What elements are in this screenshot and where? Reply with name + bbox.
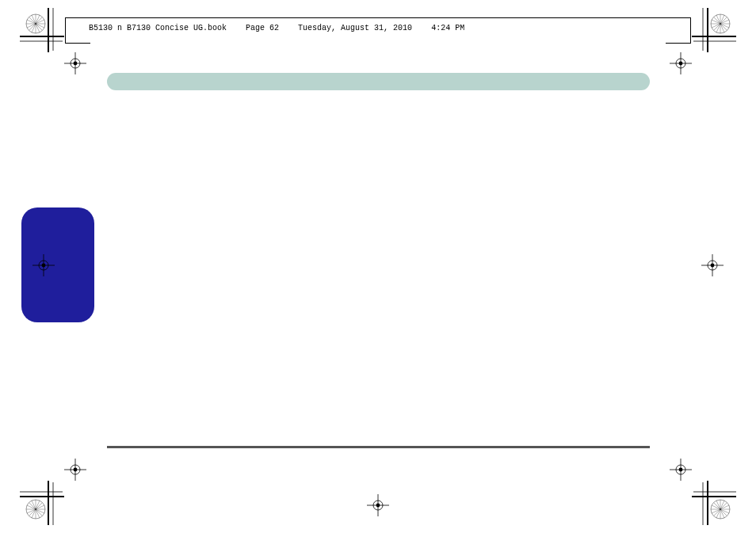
svg-line-24	[712, 20, 729, 28]
slug-frame-line	[65, 43, 90, 44]
crop-mark-bottom-left	[20, 454, 91, 525]
svg-line-57	[716, 501, 724, 518]
crop-mark-top-right	[665, 8, 736, 79]
svg-point-47	[71, 465, 80, 474]
svg-line-3	[29, 17, 42, 30]
svg-line-56	[716, 501, 724, 518]
register-mark-bottom	[366, 493, 390, 517]
footer-divider	[107, 446, 650, 448]
svg-point-17	[711, 14, 730, 33]
svg-line-41	[27, 505, 44, 513]
svg-line-59	[712, 505, 729, 513]
slug-frame-line	[690, 17, 691, 43]
svg-line-20	[714, 17, 727, 30]
svg-line-21	[714, 17, 727, 30]
svg-point-31	[679, 62, 683, 66]
slug-filename: B5130 n B7130 Concise UG.book	[89, 24, 227, 32]
slug-page: Page 62	[246, 24, 279, 32]
svg-point-30	[676, 59, 685, 68]
svg-point-51	[711, 500, 730, 519]
crop-mark-top-left	[20, 8, 91, 79]
svg-point-0	[26, 14, 45, 33]
svg-line-7	[27, 20, 44, 28]
svg-point-77	[376, 504, 380, 508]
svg-point-13	[71, 59, 80, 68]
svg-line-37	[29, 503, 42, 516]
svg-point-48	[74, 468, 78, 472]
svg-point-64	[676, 465, 685, 474]
svg-line-5	[32, 15, 40, 32]
svg-point-72	[708, 261, 717, 270]
slug-frame-line	[666, 43, 691, 44]
section-tab	[21, 207, 94, 322]
svg-line-42	[27, 505, 44, 513]
svg-line-39	[32, 501, 40, 518]
svg-line-58	[712, 505, 729, 513]
page-slug: B5130 n B7130 Concise UG.book Page 62 Tu…	[89, 24, 464, 32]
svg-line-40	[32, 501, 40, 518]
crop-mark-bottom-right	[665, 454, 736, 525]
slug-frame-line	[65, 17, 691, 18]
svg-line-4	[29, 17, 42, 30]
svg-line-38	[29, 503, 42, 516]
svg-line-55	[714, 503, 727, 516]
svg-line-8	[27, 20, 44, 28]
svg-line-6	[32, 15, 40, 32]
svg-line-23	[716, 15, 724, 32]
svg-point-73	[711, 264, 715, 268]
slug-frame-line	[65, 17, 66, 43]
svg-point-76	[373, 501, 383, 510]
svg-line-54	[714, 503, 727, 516]
slug-time: 4:24 PM	[431, 24, 464, 32]
slug-date: Tuesday, August 31, 2010	[298, 24, 412, 32]
svg-point-65	[679, 468, 683, 472]
svg-point-14	[74, 62, 78, 66]
svg-line-22	[716, 15, 724, 32]
register-mark-right	[701, 253, 724, 277]
svg-line-25	[712, 20, 729, 28]
svg-point-34	[26, 500, 45, 519]
page-header-bar	[107, 73, 650, 90]
